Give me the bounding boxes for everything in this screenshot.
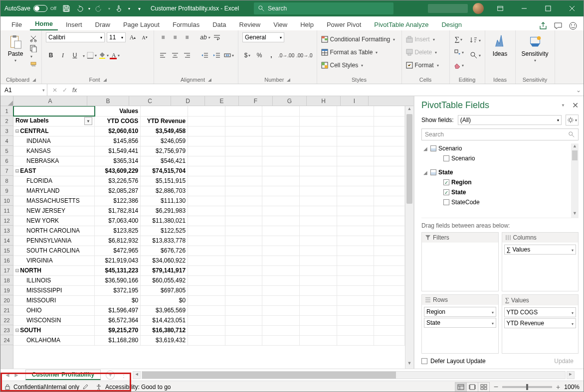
conditional-formatting-button[interactable]: Conditional Formatting [321, 34, 397, 44]
cell[interactable]: PENNSYLVANIA [13, 236, 95, 246]
column-header[interactable]: C [129, 96, 171, 106]
cell[interactable] [188, 196, 225, 206]
cell[interactable] [374, 246, 405, 256]
font-name-combo[interactable]: Calibri▾ [46, 32, 105, 42]
cell[interactable] [300, 216, 337, 226]
cell[interactable] [300, 335, 337, 345]
cell[interactable] [337, 206, 374, 216]
tab-data[interactable]: Data [207, 19, 231, 30]
cell[interactable] [262, 275, 300, 285]
row-header[interactable]: 10 [0, 196, 13, 206]
row-header[interactable]: 7 [0, 166, 13, 176]
show-fields-combo[interactable]: (All)▾ [458, 115, 562, 125]
cell[interactable]: YTD COGS [95, 116, 141, 126]
row-header[interactable]: 18 [0, 275, 13, 285]
cell[interactable] [225, 256, 262, 265]
cell[interactable] [300, 146, 337, 156]
sheet-nav-next[interactable]: ► [13, 372, 19, 379]
tab-review[interactable]: Review [234, 19, 266, 30]
cell[interactable] [262, 335, 300, 345]
cell[interactable]: $123,825 [95, 226, 141, 236]
save-icon[interactable] [62, 4, 70, 12]
number-format-combo[interactable]: General▾ [242, 32, 284, 42]
area-columns[interactable]: Columns ∑ Values [502, 232, 579, 291]
cell[interactable]: $145,856 [95, 136, 141, 146]
cell[interactable]: $676,726 [141, 246, 188, 256]
cell[interactable]: $246,059 [141, 136, 188, 146]
cell[interactable] [337, 216, 374, 226]
cell[interactable] [262, 166, 300, 176]
cell[interactable]: $122,386 [95, 196, 141, 206]
cell[interactable] [225, 315, 262, 325]
cell[interactable] [188, 236, 225, 246]
cell[interactable] [300, 256, 337, 265]
cell[interactable] [262, 265, 300, 275]
orientation-icon[interactable]: ab [200, 32, 210, 42]
account-smiley[interactable] [569, 21, 578, 30]
cell[interactable] [374, 285, 405, 295]
cell[interactable] [300, 236, 337, 246]
cell[interactable] [225, 206, 262, 216]
update-button[interactable]: Update [549, 357, 579, 366]
tab-view[interactable]: View [268, 19, 292, 30]
defer-layout-checkbox[interactable]: Defer Layout Update [421, 358, 486, 365]
cell[interactable] [337, 156, 374, 166]
cell[interactable] [262, 305, 300, 315]
cell[interactable] [225, 285, 262, 295]
cell[interactable] [225, 136, 262, 146]
row-header[interactable]: 5 [0, 146, 13, 156]
cell[interactable] [300, 295, 337, 305]
cell[interactable] [337, 246, 374, 256]
cell[interactable] [300, 166, 337, 176]
cell[interactable]: $3,965,569 [141, 305, 188, 315]
cell[interactable] [13, 106, 95, 116]
cell[interactable] [225, 186, 262, 196]
sort-filter-button[interactable] [470, 35, 481, 45]
cell[interactable]: $2,085,287 [95, 186, 141, 196]
cell[interactable]: MISSISSIPPI [13, 285, 95, 295]
cell[interactable]: $6,572,364 [95, 315, 141, 325]
decrease-decimal-icon[interactable]: .00→.0 [296, 50, 312, 60]
cell[interactable] [188, 126, 225, 136]
formula-input[interactable] [82, 84, 574, 96]
cell[interactable] [300, 176, 337, 186]
cell[interactable] [337, 295, 374, 305]
cell[interactable] [188, 136, 225, 146]
column-header[interactable]: A [13, 96, 87, 106]
cell[interactable] [188, 315, 225, 325]
cell[interactable] [300, 106, 337, 116]
zoom-level[interactable]: 100% [564, 384, 580, 391]
cell[interactable]: $0 [141, 295, 188, 305]
cell[interactable]: $372,195 [95, 285, 141, 295]
cell[interactable] [262, 126, 300, 136]
copy-icon[interactable] [29, 44, 37, 59]
cell[interactable] [374, 315, 405, 325]
cell[interactable] [225, 295, 262, 305]
cell[interactable] [262, 156, 300, 166]
column-header[interactable]: D [171, 96, 205, 106]
cell[interactable] [188, 216, 225, 226]
cell[interactable] [225, 156, 262, 166]
redo-dropdown[interactable]: ▾ [108, 6, 110, 11]
account-name[interactable] [428, 4, 468, 13]
cell[interactable] [337, 285, 374, 295]
row-header[interactable]: 14 [0, 236, 13, 246]
cell[interactable]: $2,756,979 [141, 146, 188, 156]
cell[interactable]: Values [95, 106, 141, 116]
row-header[interactable]: 12 [0, 216, 13, 226]
row-header[interactable]: 2 [0, 116, 13, 126]
cell[interactable] [188, 186, 225, 196]
cells-delete-button[interactable]: Delete [406, 47, 439, 57]
cell[interactable] [374, 126, 405, 136]
cell[interactable] [225, 126, 262, 136]
sensitivity-button[interactable]: Sensitivity▾ [520, 32, 551, 65]
cell[interactable] [300, 226, 337, 236]
field-state[interactable]: ✓State [421, 187, 571, 197]
cell[interactable] [300, 206, 337, 216]
cell[interactable]: NEW YORK [13, 216, 95, 226]
fill-color-button[interactable] [99, 50, 109, 60]
cell[interactable] [337, 186, 374, 196]
row-header[interactable]: 19 [0, 285, 13, 295]
cell[interactable]: $13,833,778 [141, 236, 188, 246]
cell[interactable]: $43,609,229 [95, 166, 141, 176]
